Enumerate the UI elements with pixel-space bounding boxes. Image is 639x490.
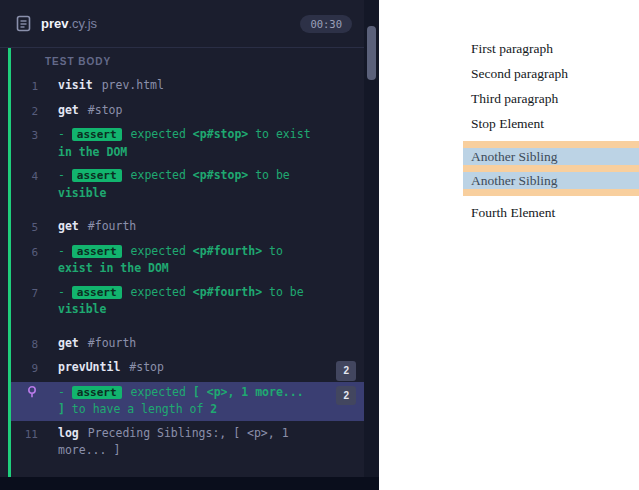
command-number: 8 [11, 335, 51, 354]
command-text: logPreceding Siblings:, [ <p>, 1 more...… [51, 425, 364, 460]
command-text-segment: <p#stop> [193, 127, 248, 141]
assert-pill: assert [72, 386, 122, 399]
command-text: - assert expected <p#fourth> to exist in… [51, 243, 364, 278]
command-number: 3 [11, 126, 51, 161]
aut-iframe[interactable]: First paragraphSecond paragraphThird par… [463, 24, 639, 238]
command-text-segment: visit [58, 78, 93, 92]
command-number: 7 [11, 284, 51, 319]
command-row[interactable]: 8get#fourth [11, 333, 364, 356]
assert-pill: assert [72, 286, 122, 299]
command-text-segment: visible [58, 186, 106, 200]
aut-panel: First paragraphSecond paragraphThird par… [379, 0, 639, 490]
paragraph: Second paragraph [471, 66, 631, 82]
command-text-segment: #stop [88, 103, 123, 117]
count-badge: 2 [336, 361, 356, 381]
command-text-segment: - [58, 244, 72, 258]
paragraph: Stop Element [471, 116, 631, 132]
command-text-segment: 2 [210, 402, 217, 416]
command-number: 1 [11, 77, 51, 96]
element-margin-highlight [463, 189, 639, 196]
spec-name-bold: prev [41, 16, 68, 31]
timer-badge: 00:30 [300, 15, 352, 33]
assert-pill: assert [72, 245, 122, 258]
highlighted-elements: Another SiblingAnother Sibling [463, 141, 639, 196]
command-text-segment: expected [124, 385, 193, 399]
command-text-segment: to be [248, 168, 290, 182]
command-number: 2 [11, 102, 51, 121]
command-row[interactable]: 11logPreceding Siblings:, [ <p>, 1 more.… [11, 423, 364, 462]
test-block: TEST BODY 1visitprev.html2get#stop3- ass… [8, 48, 364, 490]
command-text-segment: to [262, 244, 283, 258]
reporter-scrollbar[interactable] [364, 0, 379, 490]
element-margin-highlight [463, 165, 639, 172]
command-text-segment: expected [124, 285, 193, 299]
element-margin-highlight [463, 141, 639, 148]
command-row[interactable]: 6- assert expected <p#fourth> to exist i… [11, 241, 364, 280]
command-text-segment: to exist [248, 127, 310, 141]
highlighted-element: Another Sibling [463, 172, 639, 189]
command-row[interactable]: - assert expected [ <p>, 1 more... ] to … [11, 382, 364, 421]
command-row[interactable]: 5get#fourth [11, 216, 364, 239]
command-text: - assert expected <p#fourth> to be visib… [51, 284, 364, 319]
command-text-segment: #stop [129, 360, 164, 374]
command-text-segment: <p#fourth> [193, 285, 262, 299]
command-number: 9 [11, 359, 51, 378]
command-text-segment: get [58, 336, 79, 350]
command-text-segment: #fourth [88, 336, 136, 350]
command-text-segment: Preceding Siblings:, [ <p>, 1 more... ] [58, 426, 289, 458]
command-text: get#stop [51, 102, 364, 121]
command-row[interactable]: 1visitprev.html [11, 75, 364, 98]
command-text-segment: #fourth [88, 219, 136, 233]
command-text-segment: - [58, 168, 72, 182]
spec-name-ext: .cy.js [68, 16, 97, 31]
command-text: - assert expected <p#stop> to be visible [51, 167, 364, 202]
command-log: 1visitprev.html2get#stop3- assert expect… [11, 75, 364, 462]
command-number: 4 [11, 167, 51, 202]
command-text-segment: <p#fourth> [193, 244, 262, 258]
command-text-segment: exist in the DOM [58, 261, 169, 275]
command-text-segment: - [58, 285, 72, 299]
command-text-segment: prev.html [102, 78, 164, 92]
command-row[interactable]: 4- assert expected <p#stop> to be visibl… [11, 165, 364, 204]
command-text: - assert expected [ <p>, 1 more... ] to … [51, 384, 364, 419]
count-badge: 2 [336, 386, 356, 406]
command-text-segment: <p#stop> [193, 168, 248, 182]
command-text: - assert expected <p#stop> to exist in t… [51, 126, 364, 161]
command-text-segment: - [58, 385, 72, 399]
command-row[interactable]: 9prevUntil#stop2 [11, 357, 364, 380]
reporter-footer [0, 477, 379, 490]
paragraph: First paragraph [471, 41, 631, 57]
command-number: 11 [11, 425, 51, 460]
paragraph: Fourth Element [471, 205, 631, 221]
reporter-panel: prev.cy.js 00:30 TEST BODY 1visitprev.ht… [0, 0, 364, 490]
paragraph: Third paragraph [471, 91, 631, 107]
command-text-segment: expected [124, 244, 193, 258]
command-text-segment: expected [124, 168, 193, 182]
command-text-segment: to have a length of [65, 402, 210, 416]
test-title[interactable]: TEST BODY [11, 54, 364, 75]
command-text: get#fourth [51, 335, 364, 354]
cypress-runner: prev.cy.js 00:30 TEST BODY 1visitprev.ht… [0, 0, 639, 490]
command-text-segment: log [58, 426, 79, 440]
pin-icon[interactable] [11, 384, 51, 419]
command-row[interactable]: 7- assert expected <p#fourth> to be visi… [11, 282, 364, 321]
command-text: prevUntil#stop [51, 359, 364, 378]
scrollbar-thumb[interactable] [367, 26, 376, 80]
command-text-segment: expected [124, 127, 193, 141]
command-text-segment: in the DOM [58, 145, 127, 159]
assert-pill: assert [72, 128, 122, 141]
command-row[interactable]: 3- assert expected <p#stop> to exist in … [11, 124, 364, 163]
command-text-segment: visible [58, 302, 106, 316]
command-text-segment: get [58, 103, 79, 117]
reporter-header: prev.cy.js 00:30 [0, 0, 364, 48]
command-text-segment: - [58, 127, 72, 141]
spec-file-icon [16, 15, 31, 32]
assert-pill: assert [72, 169, 122, 182]
command-text-segment: get [58, 219, 79, 233]
spec-name[interactable]: prev.cy.js [41, 16, 97, 31]
command-text-segment: to be [262, 285, 304, 299]
command-row[interactable]: 2get#stop [11, 100, 364, 123]
command-number: 6 [11, 243, 51, 278]
highlighted-element: Another Sibling [463, 148, 639, 165]
command-text-segment: prevUntil [58, 360, 120, 374]
